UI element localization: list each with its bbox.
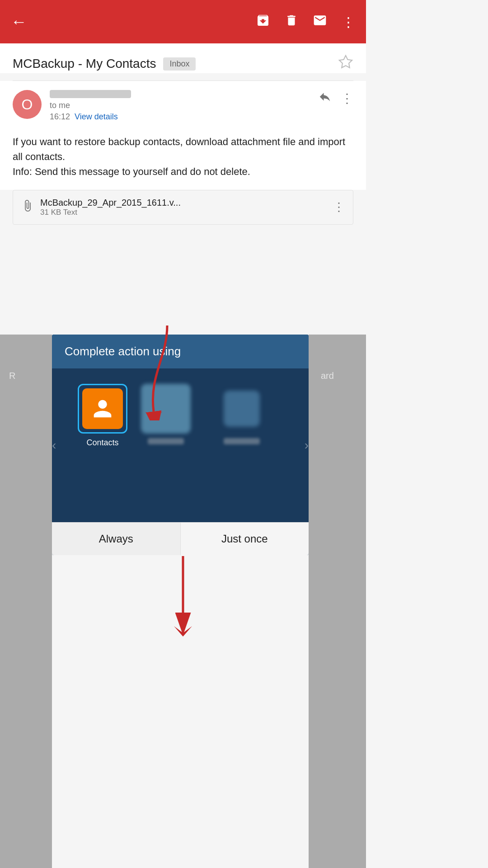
email-subject: MCBackup - My Contacts xyxy=(13,57,156,71)
delete-icon[interactable] xyxy=(285,14,298,30)
sidebar-text-right: ard xyxy=(321,371,334,381)
reply-icon[interactable] xyxy=(318,90,332,107)
top-bar: ← ⋮ xyxy=(0,0,366,43)
contacts-icon-bg xyxy=(82,388,123,429)
avatar: O xyxy=(13,90,42,119)
blurred-icon-2 xyxy=(224,391,260,427)
sender-info: to me 16:12 View details xyxy=(50,90,310,122)
star-icon[interactable] xyxy=(338,54,353,73)
sender-actions: ⋮ xyxy=(318,90,353,107)
contacts-icon-box xyxy=(78,384,127,434)
attachment-icon xyxy=(21,199,34,215)
sender-to: to me xyxy=(50,101,310,110)
attachment-info: McBackup_29_Apr_2015_1611.v... 31 KB Tex… xyxy=(40,198,327,217)
sender-time: 16:12 xyxy=(50,112,70,122)
dim-overlay-right xyxy=(309,335,366,868)
blurred-label-1 xyxy=(148,438,184,444)
complete-action-body: ‹ › Contacts xyxy=(52,368,309,522)
attachment-size: 31 KB Text xyxy=(40,208,327,217)
email-title-row: MCBackup - My Contacts Inbox xyxy=(0,43,366,73)
archive-icon[interactable] xyxy=(256,13,270,31)
blurred-app-2[interactable] xyxy=(215,384,269,444)
blurred-label-2 xyxy=(224,438,260,444)
just-once-button[interactable]: Just once xyxy=(181,523,309,555)
blurred-app-1[interactable] xyxy=(139,384,193,444)
overlay-right-arrow: › xyxy=(305,438,309,453)
complete-action-header: Complete action using xyxy=(52,335,309,368)
complete-action-dialog: Complete action using ‹ › Contacts xyxy=(52,335,309,555)
email-icon[interactable] xyxy=(313,13,327,31)
back-button[interactable]: ← xyxy=(11,12,27,31)
contacts-label: Contacts xyxy=(86,438,118,448)
svg-marker-0 xyxy=(339,56,352,68)
attachment-name: McBackup_29_Apr_2015_1611.v... xyxy=(40,198,327,208)
sender-name-blurred xyxy=(50,90,131,98)
sender-row: O to me 16:12 View details ⋮ xyxy=(0,81,366,131)
dim-overlay-left xyxy=(0,335,52,868)
contacts-app-option[interactable]: Contacts xyxy=(75,384,130,448)
red-arrow-2 xyxy=(156,556,210,639)
more-options-icon[interactable]: ⋮ xyxy=(342,14,355,30)
attachment-bar[interactable]: McBackup_29_Apr_2015_1611.v... 31 KB Tex… xyxy=(13,190,353,225)
email-body-text: If you want to restore backup contacts, … xyxy=(13,136,345,177)
always-button[interactable]: Always xyxy=(52,523,181,555)
blurred-icon-1 xyxy=(141,384,191,434)
email-more-icon[interactable]: ⋮ xyxy=(341,91,353,106)
email-body: If you want to restore backup contacts, … xyxy=(0,131,366,190)
complete-action-title: Complete action using xyxy=(65,344,296,359)
action-buttons: Always Just once xyxy=(52,522,309,555)
view-details-link[interactable]: View details xyxy=(75,112,118,122)
sidebar-text-left: R xyxy=(9,371,15,381)
svg-marker-4 xyxy=(174,626,192,637)
inbox-badge: Inbox xyxy=(163,57,196,71)
attachment-more-icon[interactable]: ⋮ xyxy=(333,200,345,214)
overlay-left-arrow: ‹ xyxy=(52,438,56,453)
